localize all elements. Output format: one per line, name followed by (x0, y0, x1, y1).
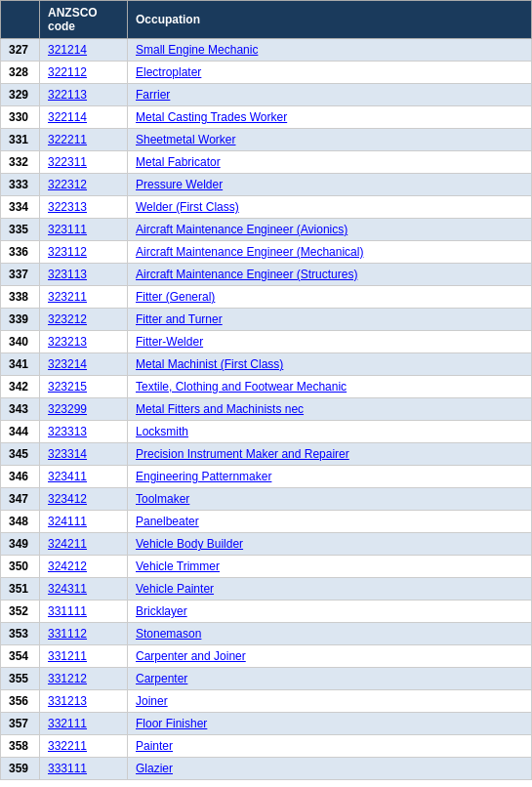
row-occupation[interactable]: Welder (First Class) (128, 196, 532, 219)
table-row: 358332211Painter (1, 735, 532, 758)
row-anzsco-code[interactable]: 323299 (40, 398, 128, 421)
table-row: 354331211Carpenter and Joiner (1, 645, 532, 668)
table-row: 347323412Toolmaker (1, 488, 532, 511)
row-occupation[interactable]: Aircraft Maintenance Engineer (Avionics) (128, 219, 532, 241)
row-occupation[interactable]: Carpenter and Joiner (128, 645, 532, 668)
row-num: 331 (1, 129, 40, 151)
row-anzsco-code[interactable]: 322312 (40, 174, 128, 196)
row-occupation[interactable]: Fitter (General) (128, 286, 532, 309)
row-anzsco-code[interactable]: 323412 (40, 488, 128, 511)
row-anzsco-code[interactable]: 323213 (40, 331, 128, 353)
row-anzsco-code[interactable]: 323313 (40, 421, 128, 443)
row-occupation[interactable]: Glazier (128, 758, 532, 780)
header-num (1, 1, 40, 39)
row-occupation[interactable]: Metal Machinist (First Class) (128, 353, 532, 376)
row-occupation[interactable]: Toolmaker (128, 488, 532, 511)
table-row: 337323113Aircraft Maintenance Engineer (… (1, 264, 532, 286)
row-occupation[interactable]: Locksmith (128, 421, 532, 443)
row-occupation[interactable]: Textile, Clothing and Footwear Mechanic (128, 376, 532, 398)
row-num: 357 (1, 713, 40, 735)
row-occupation[interactable]: Metal Casting Trades Worker (128, 106, 532, 129)
row-anzsco-code[interactable]: 323111 (40, 219, 128, 241)
table-row: 340323213Fitter-Welder (1, 331, 532, 353)
row-occupation[interactable]: Painter (128, 735, 532, 758)
row-anzsco-code[interactable]: 322114 (40, 106, 128, 129)
row-occupation[interactable]: Carpenter (128, 668, 532, 690)
row-occupation[interactable]: Vehicle Body Builder (128, 533, 532, 556)
row-anzsco-code[interactable]: 331212 (40, 668, 128, 690)
row-anzsco-code[interactable]: 323411 (40, 466, 128, 488)
row-anzsco-code[interactable]: 324212 (40, 556, 128, 578)
row-occupation[interactable]: Electroplater (128, 62, 532, 84)
row-anzsco-code[interactable]: 333111 (40, 758, 128, 780)
row-num: 354 (1, 645, 40, 668)
table-row: 353331112Stonemason (1, 623, 532, 645)
table-row: 359333111Glazier (1, 758, 532, 780)
row-occupation[interactable]: Metal Fabricator (128, 151, 532, 174)
row-anzsco-code[interactable]: 332211 (40, 735, 128, 758)
row-num: 353 (1, 623, 40, 645)
row-num: 328 (1, 62, 40, 84)
row-occupation[interactable]: Small Engine Mechanic (128, 39, 532, 62)
row-num: 329 (1, 84, 40, 106)
table-row: 339323212Fitter and Turner (1, 309, 532, 331)
row-num: 340 (1, 331, 40, 353)
row-occupation[interactable]: Sheetmetal Worker (128, 129, 532, 151)
row-occupation[interactable]: Vehicle Painter (128, 578, 532, 601)
row-anzsco-code[interactable]: 323212 (40, 309, 128, 331)
row-anzsco-code[interactable]: 331112 (40, 623, 128, 645)
row-anzsco-code[interactable]: 323113 (40, 264, 128, 286)
row-occupation[interactable]: Aircraft Maintenance Engineer (Structure… (128, 264, 532, 286)
row-occupation[interactable]: Floor Finisher (128, 713, 532, 735)
row-occupation[interactable]: Farrier (128, 84, 532, 106)
row-occupation[interactable]: Metal Fitters and Machinists nec (128, 398, 532, 421)
row-occupation[interactable]: Vehicle Trimmer (128, 556, 532, 578)
row-anzsco-code[interactable]: 323214 (40, 353, 128, 376)
table-row: 352331111Bricklayer (1, 601, 532, 623)
table-row: 349324211Vehicle Body Builder (1, 533, 532, 556)
row-occupation[interactable]: Stonemason (128, 623, 532, 645)
table-row: 343323299Metal Fitters and Machinists ne… (1, 398, 532, 421)
row-occupation[interactable]: Engineering Patternmaker (128, 466, 532, 488)
row-anzsco-code[interactable]: 322211 (40, 129, 128, 151)
row-num: 335 (1, 219, 40, 241)
row-anzsco-code[interactable]: 323314 (40, 443, 128, 466)
row-anzsco-code[interactable]: 324311 (40, 578, 128, 601)
table-row: 351324311Vehicle Painter (1, 578, 532, 601)
row-anzsco-code[interactable]: 331211 (40, 645, 128, 668)
row-occupation[interactable]: Fitter and Turner (128, 309, 532, 331)
row-anzsco-code[interactable]: 324111 (40, 511, 128, 533)
row-occupation[interactable]: Joiner (128, 690, 532, 713)
table-row: 330322114Metal Casting Trades Worker (1, 106, 532, 129)
table-row: 356331213Joiner (1, 690, 532, 713)
row-anzsco-code[interactable]: 324211 (40, 533, 128, 556)
row-anzsco-code[interactable]: 321214 (40, 39, 128, 62)
row-anzsco-code[interactable]: 323112 (40, 241, 128, 264)
row-anzsco-code[interactable]: 322112 (40, 62, 128, 84)
row-num: 333 (1, 174, 40, 196)
row-occupation[interactable]: Aircraft Maintenance Engineer (Mechanica… (128, 241, 532, 264)
row-num: 330 (1, 106, 40, 129)
row-occupation[interactable]: Pressure Welder (128, 174, 532, 196)
row-occupation[interactable]: Precision Instrument Maker and Repairer (128, 443, 532, 466)
row-anzsco-code[interactable]: 322113 (40, 84, 128, 106)
row-anzsco-code[interactable]: 322313 (40, 196, 128, 219)
header-anzsco: ANZSCO code (40, 1, 128, 39)
row-occupation[interactable]: Bricklayer (128, 601, 532, 623)
row-anzsco-code[interactable]: 331213 (40, 690, 128, 713)
row-num: 350 (1, 556, 40, 578)
table-row: 346323411Engineering Patternmaker (1, 466, 532, 488)
row-num: 352 (1, 601, 40, 623)
table-row: 331322211Sheetmetal Worker (1, 129, 532, 151)
row-anzsco-code[interactable]: 323211 (40, 286, 128, 309)
row-anzsco-code[interactable]: 322311 (40, 151, 128, 174)
row-occupation[interactable]: Fitter-Welder (128, 331, 532, 353)
row-anzsco-code[interactable]: 331111 (40, 601, 128, 623)
row-occupation[interactable]: Panelbeater (128, 511, 532, 533)
row-num: 351 (1, 578, 40, 601)
row-anzsco-code[interactable]: 323215 (40, 376, 128, 398)
row-num: 348 (1, 511, 40, 533)
row-anzsco-code[interactable]: 332111 (40, 713, 128, 735)
table-row: 341323214Metal Machinist (First Class) (1, 353, 532, 376)
table-row: 338323211Fitter (General) (1, 286, 532, 309)
